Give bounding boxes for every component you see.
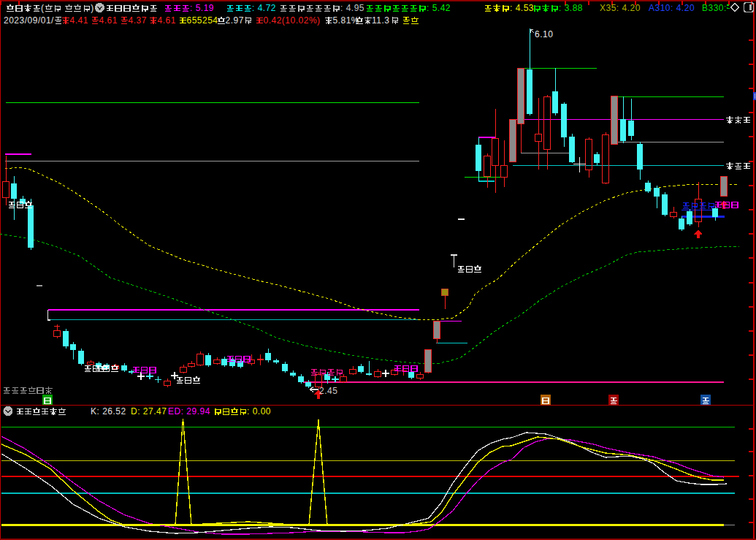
svg-text:(: ( [41,3,45,13]
svg-text:2.97: 2.97 [226,15,244,26]
svg-text:: 5.19: : 5.19 [190,3,214,13]
svg-text:: 4.72: : 4.72 [252,3,276,13]
svg-text:4.61: 4.61 [158,15,176,26]
svg-text:A310: 4.20: A310: 4.20 [649,3,695,13]
svg-text:: 3.88: : 3.88 [559,3,583,13]
svg-text:4.41: 4.41 [70,15,88,26]
svg-text:K: 26.52: K: 26.52 [91,406,126,417]
svg-text:X35: 4.20: X35: 4.20 [600,3,641,13]
svg-text:0.42(10.02%): 0.42(10.02%) [264,15,321,26]
svg-text:2.45: 2.45 [319,386,337,396]
svg-text:B330:: B330: [702,3,727,13]
svg-text:ED: 29.94: ED: 29.94 [168,406,210,417]
svg-text:6.10: 6.10 [535,29,553,39]
svg-text:: 4.95: : 4.95 [340,3,364,13]
svg-text:: 5.42: : 5.42 [427,3,451,13]
svg-text:11.3: 11.3 [372,15,389,26]
svg-text:2023/09/01/: 2023/09/01/ [4,15,54,26]
svg-text:5.81%: 5.81% [333,15,360,26]
svg-text:655254: 655254 [187,15,218,26]
svg-text:: 0.00: : 0.00 [247,406,271,417]
svg-text:D: 27.47: D: 27.47 [131,406,167,417]
svg-text:): ) [91,3,94,13]
svg-text:4.37: 4.37 [129,15,147,26]
svg-text:: 4.53: : 4.53 [510,3,534,13]
svg-text:4.61: 4.61 [99,15,118,26]
